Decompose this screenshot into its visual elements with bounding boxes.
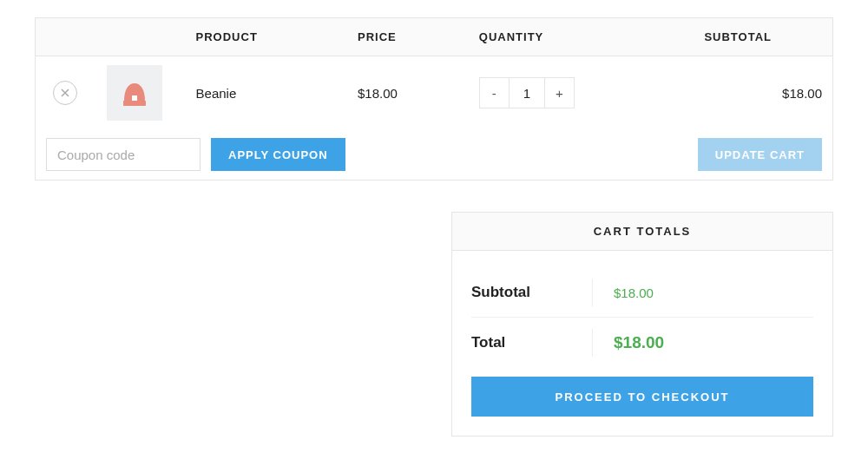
- cart-table: PRODUCT PRICE QUANTITY SUBTOTAL: [35, 17, 833, 180]
- svg-rect-1: [132, 95, 137, 101]
- apply-coupon-button[interactable]: APPLY COUPON: [211, 138, 345, 171]
- proceed-to-checkout-button[interactable]: PROCEED TO CHECKOUT: [471, 377, 813, 417]
- product-price: $18.00: [347, 56, 469, 130]
- remove-item-button[interactable]: [53, 81, 77, 105]
- quantity-input[interactable]: [510, 78, 544, 108]
- total-label: Total: [471, 334, 593, 351]
- total-row: Total $18.00: [471, 318, 813, 368]
- col-product-header: PRODUCT: [186, 18, 347, 56]
- total-value: $18.00: [593, 333, 664, 352]
- col-quantity-header: QUANTITY: [469, 18, 671, 56]
- cart-totals-title: CART TOTALS: [452, 213, 832, 251]
- quantity-stepper: - +: [479, 77, 575, 108]
- quantity-increment-button[interactable]: +: [544, 78, 574, 108]
- cart-row: Beanie $18.00 - + $18.00: [36, 56, 833, 130]
- col-price-header: PRICE: [347, 18, 469, 56]
- beanie-icon: [116, 75, 153, 111]
- col-subtotal-header: SUBTOTAL: [671, 18, 833, 56]
- quantity-decrement-button[interactable]: -: [480, 78, 510, 108]
- col-remove-header: [36, 18, 97, 56]
- subtotal-value: $18.00: [593, 286, 654, 300]
- close-icon: [61, 89, 69, 97]
- svg-rect-0: [123, 101, 146, 106]
- subtotal-label: Subtotal: [471, 284, 593, 301]
- cart-totals-card: CART TOTALS Subtotal $18.00 Total $18.00…: [451, 212, 833, 436]
- update-cart-button[interactable]: UPDATE CART: [698, 138, 822, 171]
- coupon-code-input[interactable]: [46, 138, 201, 171]
- product-name[interactable]: Beanie: [186, 56, 347, 130]
- product-subtotal: $18.00: [671, 56, 833, 130]
- cart-actions-row: APPLY COUPON UPDATE CART: [36, 129, 833, 180]
- col-thumb-header: [96, 18, 186, 56]
- subtotal-row: Subtotal $18.00: [471, 268, 813, 318]
- product-thumbnail[interactable]: [107, 65, 162, 121]
